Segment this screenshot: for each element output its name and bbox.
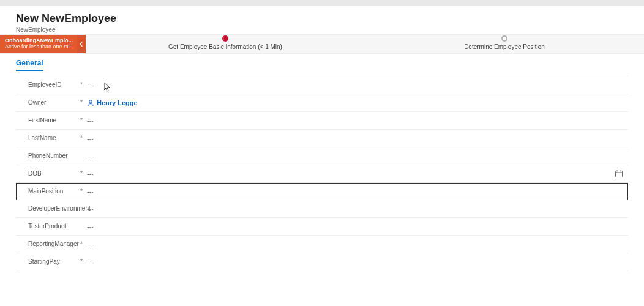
field-row-reportingmanager: ReportingManager * --- — [16, 236, 628, 253]
dob-input[interactable]: --- — [84, 170, 615, 177]
calendar-icon[interactable] — [615, 170, 623, 178]
business-process-flow: OnboardingANewEmplo... Active for less t… — [0, 34, 644, 54]
required-indicator: * — [78, 170, 84, 177]
field-row-testerproduct: TesterProduct --- — [16, 218, 628, 236]
field-row-lastname: LastName * --- — [16, 130, 628, 147]
field-label: ReportingManager — [28, 241, 78, 248]
stage-marker-active-icon — [222, 35, 228, 42]
field-label: MainPosition — [28, 188, 78, 195]
field-label: TesterProduct — [28, 223, 78, 230]
required-indicator: * — [78, 81, 84, 88]
field-label: EmployeeID — [28, 81, 78, 89]
chevron-left-icon — [79, 42, 84, 47]
bpf-stage-1-label: Get Employee Basic Information (< 1 Min) — [168, 43, 282, 50]
stage-marker-future-icon — [501, 35, 507, 42]
lastname-input[interactable]: --- — [84, 135, 626, 142]
record-header: New NewEmployee NewEmployee — [0, 6, 644, 34]
field-row-mainposition: MainPosition * --- — [16, 183, 628, 200]
field-row-phonenumber: PhoneNumber --- — [16, 147, 628, 165]
field-row-devenv: DeveloperEnvironment --- — [16, 200, 628, 218]
devenv-input[interactable]: --- — [84, 205, 626, 212]
field-row-employeeid: EmployeeID * --- — [16, 76, 628, 94]
required-indicator: * — [78, 117, 84, 124]
owner-input[interactable]: Henry Legge — [84, 99, 626, 106]
field-label: FirstName — [28, 117, 78, 124]
field-row-firstname: FirstName * --- — [16, 112, 628, 130]
bpf-collapse-button[interactable] — [77, 35, 86, 53]
field-row-owner: Owner * Henry Legge — [16, 94, 628, 112]
record-form-card: New NewEmployee NewEmployee OnboardingAN… — [0, 6, 644, 306]
tab-general[interactable]: General — [16, 59, 43, 71]
mainposition-input[interactable]: --- — [84, 188, 625, 195]
field-label: Owner — [28, 99, 78, 106]
field-label: LastName — [28, 135, 78, 142]
bpf-stage-2[interactable]: Determine Employee Position — [365, 35, 644, 53]
field-row-dob: DOB * --- — [16, 165, 628, 183]
required-indicator: * — [78, 135, 84, 141]
field-label: DeveloperEnvironment — [28, 205, 78, 212]
app-topbar — [0, 0, 644, 6]
required-indicator: * — [78, 258, 84, 265]
required-indicator: * — [78, 99, 84, 106]
field-label: StartingPay — [28, 258, 78, 266]
form-body: EmployeeID * --- Owner * Henry Legge Fir… — [16, 76, 628, 271]
field-label: DOB — [28, 170, 78, 177]
record-title: New NewEmployee — [16, 12, 628, 26]
svg-rect-1 — [616, 171, 623, 177]
bpf-stage-2-label: Determine Employee Position — [464, 43, 545, 50]
field-label: PhoneNumber — [28, 152, 78, 160]
phonenumber-input[interactable]: --- — [84, 152, 626, 160]
startingpay-input[interactable]: --- — [84, 258, 626, 266]
required-indicator: * — [78, 241, 84, 247]
bpf-stage-track: Get Employee Basic Information (< 1 Min)… — [86, 35, 644, 53]
reportingmanager-input[interactable]: --- — [84, 241, 626, 248]
owner-lookup-value[interactable]: Henry Legge — [97, 99, 138, 106]
person-icon — [87, 99, 94, 106]
field-row-startingpay: StartingPay * --- — [16, 253, 628, 271]
record-subtitle: NewEmployee — [16, 26, 628, 33]
bpf-stage-1[interactable]: Get Employee Basic Information (< 1 Min) — [86, 35, 365, 53]
form-tabs: General — [0, 54, 644, 71]
svg-point-0 — [89, 100, 92, 102]
firstname-input[interactable]: --- — [84, 117, 626, 124]
bpf-active-stage-chip[interactable]: OnboardingANewEmplo... Active for less t… — [0, 35, 77, 53]
testerproduct-input[interactable]: --- — [84, 223, 626, 230]
required-indicator: * — [78, 188, 84, 195]
employeeid-input[interactable]: --- — [84, 81, 626, 89]
